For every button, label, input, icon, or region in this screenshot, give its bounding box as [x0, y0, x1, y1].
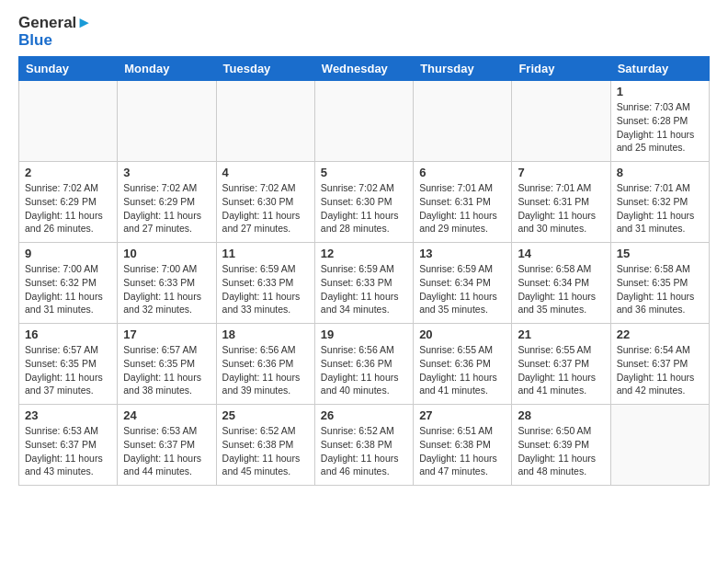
day-info: Sunrise: 6:52 AM Sunset: 6:38 PM Dayligh… [321, 424, 407, 478]
calendar-day-21: 21Sunrise: 6:55 AM Sunset: 6:37 PM Dayli… [512, 324, 610, 405]
day-info: Sunrise: 6:54 AM Sunset: 6:37 PM Dayligh… [617, 343, 703, 397]
day-number: 6 [419, 166, 506, 179]
day-number: 4 [222, 166, 309, 179]
calendar-day-4: 4Sunrise: 7:02 AM Sunset: 6:30 PM Daylig… [216, 162, 314, 243]
day-number: 16 [25, 327, 111, 341]
day-info: Sunrise: 6:59 AM Sunset: 6:33 PM Dayligh… [321, 262, 407, 316]
calendar-day-15: 15Sunrise: 6:58 AM Sunset: 6:35 PM Dayli… [610, 243, 709, 324]
day-info: Sunrise: 6:57 AM Sunset: 6:35 PM Dayligh… [25, 343, 111, 397]
day-info: Sunrise: 7:00 AM Sunset: 6:32 PM Dayligh… [25, 262, 111, 316]
header: General► Blue [18, 15, 710, 49]
day-number: 18 [222, 327, 309, 341]
calendar-day-25: 25Sunrise: 6:52 AM Sunset: 6:38 PM Dayli… [216, 405, 314, 486]
calendar-day-2: 2Sunrise: 7:02 AM Sunset: 6:29 PM Daylig… [19, 162, 118, 243]
calendar-day-10: 10Sunrise: 7:00 AM Sunset: 6:33 PM Dayli… [118, 243, 216, 324]
day-number: 5 [321, 166, 407, 179]
week-row-0: 1Sunrise: 7:03 AM Sunset: 6:28 PM Daylig… [19, 81, 710, 162]
empty-day [414, 81, 512, 162]
day-number: 24 [123, 408, 210, 422]
day-number: 7 [518, 166, 604, 179]
calendar-day-9: 9Sunrise: 7:00 AM Sunset: 6:32 PM Daylig… [19, 243, 118, 324]
weekday-header-wednesday: Wednesday [314, 57, 413, 81]
day-info: Sunrise: 7:02 AM Sunset: 6:29 PM Dayligh… [25, 181, 111, 236]
day-info: Sunrise: 6:53 AM Sunset: 6:37 PM Dayligh… [25, 424, 111, 478]
day-number: 13 [419, 247, 506, 260]
week-row-4: 23Sunrise: 6:53 AM Sunset: 6:37 PM Dayli… [19, 405, 710, 486]
logo-block: General► Blue [18, 15, 92, 49]
calendar-day-14: 14Sunrise: 6:58 AM Sunset: 6:34 PM Dayli… [512, 243, 610, 324]
day-number: 1 [617, 85, 703, 98]
day-number: 27 [419, 408, 506, 422]
empty-day [216, 81, 314, 162]
empty-day [610, 405, 709, 486]
day-info: Sunrise: 6:50 AM Sunset: 6:39 PM Dayligh… [518, 424, 604, 478]
day-info: Sunrise: 7:02 AM Sunset: 6:30 PM Dayligh… [222, 181, 309, 236]
day-info: Sunrise: 6:55 AM Sunset: 6:37 PM Dayligh… [518, 343, 604, 397]
day-number: 8 [617, 166, 703, 179]
day-info: Sunrise: 7:03 AM Sunset: 6:28 PM Dayligh… [617, 100, 703, 155]
day-number: 19 [321, 327, 407, 341]
day-info: Sunrise: 6:59 AM Sunset: 6:33 PM Dayligh… [222, 262, 309, 316]
day-info: Sunrise: 6:56 AM Sunset: 6:36 PM Dayligh… [321, 343, 407, 397]
day-info: Sunrise: 6:56 AM Sunset: 6:36 PM Dayligh… [222, 343, 309, 397]
calendar-day-13: 13Sunrise: 6:59 AM Sunset: 6:34 PM Dayli… [414, 243, 512, 324]
day-number: 20 [419, 327, 506, 341]
calendar-day-22: 22Sunrise: 6:54 AM Sunset: 6:37 PM Dayli… [610, 324, 709, 405]
day-info: Sunrise: 6:57 AM Sunset: 6:35 PM Dayligh… [123, 343, 210, 397]
calendar-day-8: 8Sunrise: 7:01 AM Sunset: 6:32 PM Daylig… [610, 162, 709, 243]
calendar-day-5: 5Sunrise: 7:02 AM Sunset: 6:30 PM Daylig… [314, 162, 413, 243]
calendar-day-6: 6Sunrise: 7:01 AM Sunset: 6:31 PM Daylig… [414, 162, 512, 243]
weekday-header-sunday: Sunday [19, 57, 118, 81]
calendar-day-3: 3Sunrise: 7:02 AM Sunset: 6:29 PM Daylig… [118, 162, 216, 243]
day-info: Sunrise: 6:59 AM Sunset: 6:34 PM Dayligh… [419, 262, 506, 316]
calendar-day-28: 28Sunrise: 6:50 AM Sunset: 6:39 PM Dayli… [512, 405, 610, 486]
week-row-2: 9Sunrise: 7:00 AM Sunset: 6:32 PM Daylig… [19, 243, 710, 324]
empty-day [19, 81, 118, 162]
calendar-day-16: 16Sunrise: 6:57 AM Sunset: 6:35 PM Dayli… [19, 324, 118, 405]
day-info: Sunrise: 7:02 AM Sunset: 6:29 PM Dayligh… [123, 181, 210, 236]
empty-day [314, 81, 413, 162]
day-number: 10 [123, 247, 210, 260]
day-info: Sunrise: 6:53 AM Sunset: 6:37 PM Dayligh… [123, 424, 210, 478]
calendar-day-17: 17Sunrise: 6:57 AM Sunset: 6:35 PM Dayli… [118, 324, 216, 405]
weekday-header-saturday: Saturday [610, 57, 709, 81]
calendar-day-7: 7Sunrise: 7:01 AM Sunset: 6:31 PM Daylig… [512, 162, 610, 243]
day-info: Sunrise: 6:51 AM Sunset: 6:38 PM Dayligh… [419, 424, 506, 478]
calendar-day-23: 23Sunrise: 6:53 AM Sunset: 6:37 PM Dayli… [19, 405, 118, 486]
week-row-3: 16Sunrise: 6:57 AM Sunset: 6:35 PM Dayli… [19, 324, 710, 405]
weekday-header-monday: Monday [118, 57, 216, 81]
day-number: 28 [518, 408, 604, 422]
weekday-header-tuesday: Tuesday [216, 57, 314, 81]
day-number: 26 [321, 408, 407, 422]
calendar-day-27: 27Sunrise: 6:51 AM Sunset: 6:38 PM Dayli… [414, 405, 512, 486]
day-info: Sunrise: 6:58 AM Sunset: 6:34 PM Dayligh… [518, 262, 604, 316]
day-info: Sunrise: 7:02 AM Sunset: 6:30 PM Dayligh… [321, 181, 407, 236]
day-number: 25 [222, 408, 309, 422]
day-info: Sunrise: 6:52 AM Sunset: 6:38 PM Dayligh… [222, 424, 309, 478]
day-info: Sunrise: 6:55 AM Sunset: 6:36 PM Dayligh… [419, 343, 506, 397]
day-number: 21 [518, 327, 604, 341]
calendar-table: SundayMondayTuesdayWednesdayThursdayFrid… [18, 56, 710, 486]
day-number: 23 [25, 408, 111, 422]
day-number: 2 [25, 166, 111, 179]
day-info: Sunrise: 7:01 AM Sunset: 6:32 PM Dayligh… [617, 181, 703, 236]
logo-line1: General► [18, 15, 92, 32]
logo-line2: Blue [18, 32, 92, 50]
weekday-header-friday: Friday [512, 57, 610, 81]
calendar-day-12: 12Sunrise: 6:59 AM Sunset: 6:33 PM Dayli… [314, 243, 413, 324]
day-number: 17 [123, 327, 210, 341]
day-number: 11 [222, 247, 309, 260]
weekday-header-row: SundayMondayTuesdayWednesdayThursdayFrid… [19, 57, 710, 81]
day-number: 14 [518, 247, 604, 260]
empty-day [512, 81, 610, 162]
calendar-day-11: 11Sunrise: 6:59 AM Sunset: 6:33 PM Dayli… [216, 243, 314, 324]
day-info: Sunrise: 7:00 AM Sunset: 6:33 PM Dayligh… [123, 262, 210, 316]
day-info: Sunrise: 6:58 AM Sunset: 6:35 PM Dayligh… [617, 262, 703, 316]
day-info: Sunrise: 7:01 AM Sunset: 6:31 PM Dayligh… [518, 181, 604, 236]
week-row-1: 2Sunrise: 7:02 AM Sunset: 6:29 PM Daylig… [19, 162, 710, 243]
day-info: Sunrise: 7:01 AM Sunset: 6:31 PM Dayligh… [419, 181, 506, 236]
calendar-day-20: 20Sunrise: 6:55 AM Sunset: 6:36 PM Dayli… [414, 324, 512, 405]
day-number: 3 [123, 166, 210, 179]
day-number: 22 [617, 327, 703, 341]
logo-text-block: General► Blue [18, 15, 92, 49]
